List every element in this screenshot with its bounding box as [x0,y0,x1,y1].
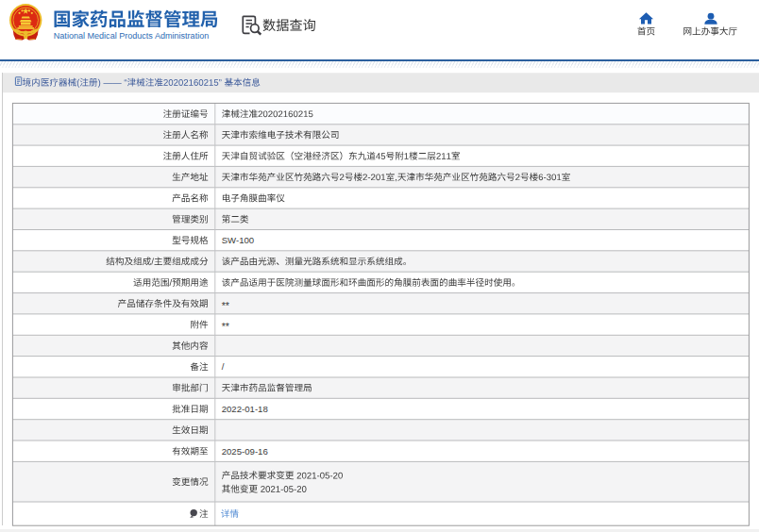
svg-text:SW-100: SW-100 [222,235,254,245]
svg-text:National Medical Products Admi: National Medical Products Administration [54,31,209,41]
svg-text:**: ** [222,300,229,311]
svg-text:/: / [222,361,225,372]
svg-text:2025-09-16: 2025-09-16 [222,446,268,457]
svg-text:**: ** [222,321,229,332]
svg-text:2022-01-18: 2022-01-18 [222,404,268,414]
